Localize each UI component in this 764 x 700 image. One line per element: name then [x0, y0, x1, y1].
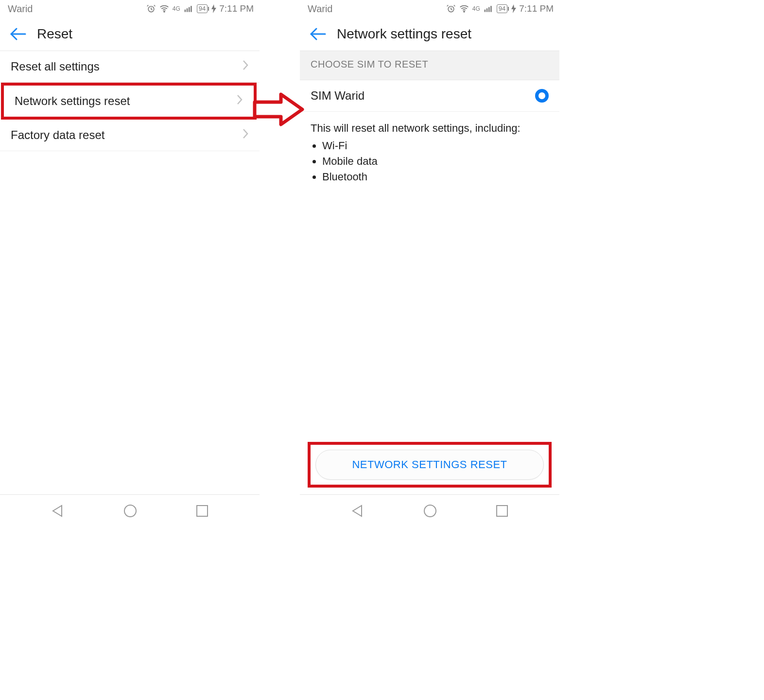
network-settings-reset-button[interactable]: NETWORK SETTINGS RESET: [315, 450, 544, 480]
charging-icon: [211, 4, 216, 13]
system-nav-bar: [0, 494, 260, 526]
svg-point-19: [424, 505, 436, 517]
svg-point-1: [164, 11, 165, 12]
nav-back-icon[interactable]: [51, 504, 65, 518]
info-text: This will reset all network settings, in…: [311, 121, 549, 136]
page-title: Network settings reset: [337, 26, 471, 42]
back-icon[interactable]: [10, 27, 26, 41]
info-text-block: This will reset all network settings, in…: [300, 112, 559, 193]
nav-recents-icon[interactable]: [196, 505, 208, 517]
carrier-label: Warid: [308, 3, 332, 15]
row-label: Reset all settings: [11, 60, 100, 73]
svg-rect-2: [184, 10, 186, 12]
svg-marker-6: [211, 4, 216, 13]
signal-icon: [183, 4, 194, 14]
battery-icon: 94: [197, 4, 208, 13]
page-title: Reset: [37, 26, 72, 42]
svg-rect-13: [484, 10, 486, 12]
svg-rect-9: [197, 506, 208, 516]
status-bar: Warid 4G 94 7:11 PM: [0, 0, 260, 18]
signal-icon: [483, 4, 494, 14]
back-icon[interactable]: [310, 27, 326, 41]
annotation-highlight-network-reset: Network settings reset: [1, 83, 257, 120]
nav-back-icon[interactable]: [351, 504, 365, 518]
chevron-right-icon: [242, 60, 249, 73]
annotation-arrow-icon: [253, 92, 305, 128]
annotation-highlight-reset-button: NETWORK SETTINGS RESET: [308, 442, 552, 488]
wifi-icon: [159, 4, 170, 14]
chevron-right-icon: [242, 128, 249, 142]
status-bar: Warid 4G 94 7:11 PM: [300, 0, 559, 18]
svg-rect-3: [187, 8, 188, 12]
battery-icon: 94: [497, 4, 507, 13]
svg-rect-14: [486, 8, 488, 12]
bullet-item: Mobile data: [322, 154, 549, 169]
bullet-item: Bluetooth: [322, 169, 549, 185]
row-label: Factory data reset: [11, 128, 104, 142]
svg-marker-7: [53, 506, 62, 516]
bullet-item: Wi-Fi: [322, 138, 549, 154]
status-icons: 4G 94 7:11 PM: [446, 3, 554, 14]
svg-rect-4: [189, 7, 190, 12]
svg-rect-15: [488, 7, 490, 12]
charging-icon: [511, 4, 516, 13]
nav-home-icon[interactable]: [123, 504, 138, 518]
row-label: Network settings reset: [15, 94, 130, 108]
clock-label: 7:11 PM: [219, 3, 254, 14]
svg-rect-5: [191, 6, 192, 12]
row-reset-all-settings[interactable]: Reset all settings: [0, 51, 260, 83]
net-type-label: 4G: [173, 5, 180, 12]
sim-label: SIM Warid: [311, 89, 365, 103]
svg-marker-10: [255, 94, 302, 124]
section-header-choose-sim: CHOOSE SIM TO RESET: [300, 51, 559, 80]
row-factory-data-reset[interactable]: Factory data reset: [0, 120, 260, 151]
net-type-label: 4G: [472, 5, 480, 12]
svg-rect-20: [497, 506, 507, 516]
info-bullet-list: Wi-Fi Mobile data Bluetooth: [311, 138, 549, 185]
radio-selected-icon[interactable]: [535, 89, 549, 103]
nav-home-icon[interactable]: [423, 504, 437, 518]
clock-label: 7:11 PM: [519, 3, 554, 14]
nav-recents-icon[interactable]: [496, 505, 508, 517]
row-sim-select[interactable]: SIM Warid: [300, 80, 559, 112]
app-header: Reset: [0, 18, 260, 51]
svg-marker-18: [353, 506, 362, 516]
status-icons: 4G 94 7:11 PM: [146, 3, 254, 14]
app-header: Network settings reset: [300, 18, 559, 51]
svg-marker-17: [511, 4, 516, 13]
chevron-right-icon: [236, 94, 243, 108]
system-nav-bar: [300, 494, 559, 526]
svg-point-8: [124, 505, 136, 517]
row-network-settings-reset[interactable]: Network settings reset: [4, 86, 254, 117]
alarm-icon: [146, 4, 156, 14]
carrier-label: Warid: [8, 3, 33, 15]
svg-point-12: [464, 11, 465, 12]
wifi-icon: [459, 4, 469, 14]
alarm-icon: [446, 4, 456, 14]
screen-reset-list: Warid 4G 94 7:11 PM Reset Reset all sett…: [0, 0, 260, 526]
svg-rect-16: [490, 6, 492, 12]
screen-network-reset-detail: Warid 4G 94 7:11 PM Network settings res…: [300, 0, 559, 526]
